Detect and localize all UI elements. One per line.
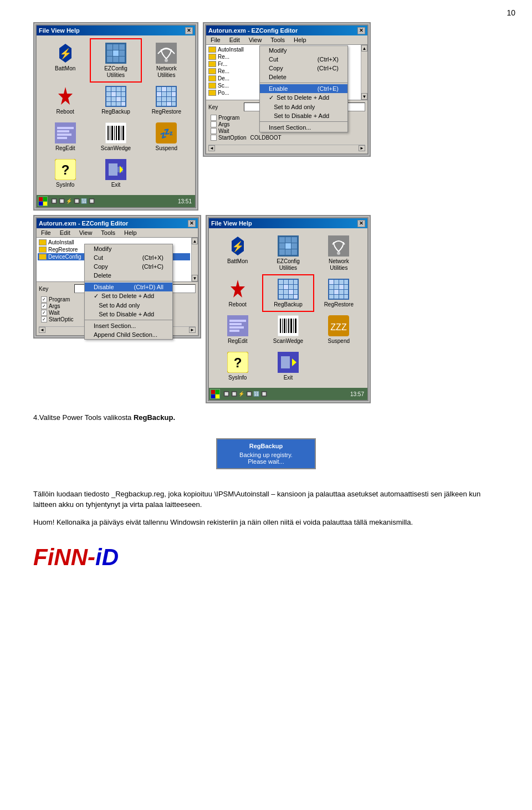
ctx-set-add-tr[interactable]: Set to Add only [260, 102, 347, 111]
svg-rect-6 [107, 50, 112, 56]
svg-rect-39 [167, 92, 171, 96]
ezconfig-close-top[interactable]: ✕ [357, 27, 365, 34]
description-paragraph-2: Huom! Kellonaika ja päiväys eivät tallen… [33, 517, 499, 528]
svg-rect-80 [291, 237, 297, 243]
regedit-icon-item-br[interactable]: RegEdit [213, 312, 262, 347]
folder-icon-de-top [208, 75, 216, 81]
sysinfo-icon-br: ? [227, 351, 249, 373]
ctx-delete-tr[interactable]: Delete [260, 73, 347, 81]
ezconfig-icon-item-top[interactable]: EZConfigUtilities [91, 40, 140, 81]
svg-rect-98 [294, 285, 298, 289]
network-icon-item-top[interactable]: NetworkUtilities [142, 40, 191, 81]
ctx-delete-bl[interactable]: Delete [85, 271, 172, 280]
ctx-copy-tr[interactable]: Copy (Ctrl+C) [260, 64, 347, 73]
cb-startopt-box-top[interactable] [211, 135, 217, 141]
scroll-right-top[interactable]: ► [359, 145, 365, 151]
menu-edit-top[interactable]: Edit [227, 36, 242, 44]
regbackup-icon-item-top[interactable]: RegBackup [91, 83, 140, 117]
scroll-left-bl[interactable]: ◄ [39, 327, 45, 333]
scroll-right-bl[interactable]: ► [189, 327, 196, 333]
scroll-down-bl[interactable]: ▼ [192, 275, 198, 281]
menu-tools-top[interactable]: Tools [268, 36, 287, 44]
menu-edit-bl[interactable]: Edit [58, 229, 73, 237]
ctx-modify-bl[interactable]: Modify [85, 244, 172, 253]
exit-icon-item-top[interactable]: Exit [91, 156, 140, 191]
svg-rect-147 [211, 394, 215, 398]
ctx-insert-bl[interactable]: Insert Section... [85, 321, 172, 330]
scroll-down-top[interactable]: ▼ [361, 93, 367, 100]
start-btn-tl[interactable] [38, 196, 48, 206]
sysinfo-icon-item-top[interactable]: ? SysInfo [41, 156, 89, 191]
launcher-close-br[interactable]: ✕ [357, 220, 365, 227]
regrestore-icon-item-br[interactable]: RegRestore [315, 276, 363, 310]
network-icon-item-br[interactable]: NetworkUtilities [315, 233, 363, 274]
ctx-modify-tr[interactable]: Modify [260, 46, 347, 55]
ctx-set-disable-tr[interactable]: Set to Disable + Add [260, 111, 347, 120]
regrestore-icon-item-top[interactable]: RegRestore [142, 83, 191, 117]
svg-rect-112 [329, 285, 334, 289]
ctx-cut-bl[interactable]: Cut (Ctrl+X) [85, 253, 172, 262]
folder-icon-po-top [208, 90, 216, 96]
cb-args-box-bl[interactable] [41, 303, 47, 309]
cb-startoptic-box-bl[interactable] [41, 316, 47, 322]
regbackup-icon-item-br[interactable]: RegBackup [264, 276, 312, 310]
battmon-icon-item-top[interactable]: ⚡ BattMon [41, 40, 89, 81]
ctx-set-delete-tr[interactable]: ✓ Set to Delete + Add [260, 93, 347, 102]
suspend-icon-item-top[interactable]: 💤 Suspend [142, 120, 191, 154]
menu-tools-bl[interactable]: Tools [99, 229, 117, 237]
cb-wait-box-top[interactable] [211, 128, 217, 134]
scroll-up-bl[interactable]: ▲ [192, 238, 198, 244]
ctx-set-add-bl[interactable]: Set to Add only [85, 301, 172, 310]
reboot-label-br: Reboot [229, 301, 247, 308]
scanwedge-icon-item-br[interactable]: ScanWedge [264, 312, 312, 347]
vscroll-bl[interactable]: ▲ ▼ [191, 238, 198, 281]
ctx-set-disable-bl[interactable]: Set to Disable + Add [85, 310, 172, 319]
menu-view-top[interactable]: View [247, 36, 264, 44]
menu-file-top[interactable]: File [208, 36, 223, 44]
ctx-disable-bl[interactable]: Disable (Ctrl+D) All [85, 283, 172, 291]
hscroll-bottom-top[interactable]: ◄ ► [208, 145, 365, 151]
regedit-icon-item-top[interactable]: RegEdit [41, 120, 89, 154]
battmon-icon-item-br[interactable]: ⚡ BattMon [213, 233, 262, 274]
ctx-copy-bl[interactable]: Copy (Ctrl+C) [85, 262, 172, 271]
reboot-icon-top [54, 85, 76, 107]
svg-point-88 [337, 252, 340, 255]
launcher-close-top[interactable]: ✕ [185, 27, 193, 34]
ezconfig-icon-item-br[interactable]: EZConfigUtilities [264, 233, 312, 274]
exit-icon-item-br[interactable]: Exit [264, 349, 312, 383]
ctx-enable-tr[interactable]: Enable (Ctrl+E) [260, 84, 347, 93]
svg-rect-127 [229, 326, 244, 329]
menu-file-bl[interactable]: File [39, 229, 53, 237]
svg-rect-26 [116, 97, 121, 101]
vscroll-top[interactable]: ▲ ▼ [361, 45, 367, 100]
svg-rect-119 [344, 290, 348, 294]
reboot-icon-item-br[interactable]: Reboot [213, 276, 262, 310]
scroll-track-bl [192, 244, 198, 275]
scanwedge-icon-item-top[interactable]: ScanWedge [91, 120, 140, 154]
scroll-left-top[interactable]: ◄ [208, 145, 215, 151]
ctx-append-bl[interactable]: Append Child Section... [85, 330, 172, 339]
id-text: iD [95, 544, 119, 571]
svg-rect-60 [118, 126, 120, 140]
svg-rect-115 [344, 285, 348, 289]
suspend-icon-item-br[interactable]: ZZZ Suspend [315, 312, 363, 347]
ctx-cut-tr[interactable]: Cut (Ctrl+X) [260, 55, 347, 64]
cb-program-box-bl[interactable] [41, 296, 47, 303]
ctx-insert-tr[interactable]: Insert Section... [260, 123, 347, 132]
reboot-icon-item-top[interactable]: Reboot [41, 83, 89, 117]
cb-program-box-top[interactable] [211, 115, 217, 121]
menu-view-bl[interactable]: View [77, 229, 95, 237]
sysinfo-icon-item-br[interactable]: ? SysInfo [213, 349, 262, 383]
svg-marker-14 [58, 87, 73, 105]
menu-help-bl[interactable]: Help [122, 229, 139, 237]
ezconfig-close-bl[interactable]: ✕ [188, 220, 196, 227]
svg-rect-79 [285, 237, 291, 243]
menu-help-top[interactable]: Help [291, 36, 309, 44]
cb-wait-box-bl[interactable] [41, 310, 47, 316]
scroll-up-top[interactable]: ▲ [361, 45, 367, 52]
step4-paragraph: 4.Valitse Power Tools valikosta RegBacku… [33, 412, 499, 423]
scanwedge-icon-br [277, 315, 299, 337]
cb-args-box-top[interactable] [211, 121, 217, 127]
start-btn-br[interactable] [210, 389, 220, 399]
ctx-set-delete-bl[interactable]: ✓ Set to Delete + Add [85, 291, 172, 301]
